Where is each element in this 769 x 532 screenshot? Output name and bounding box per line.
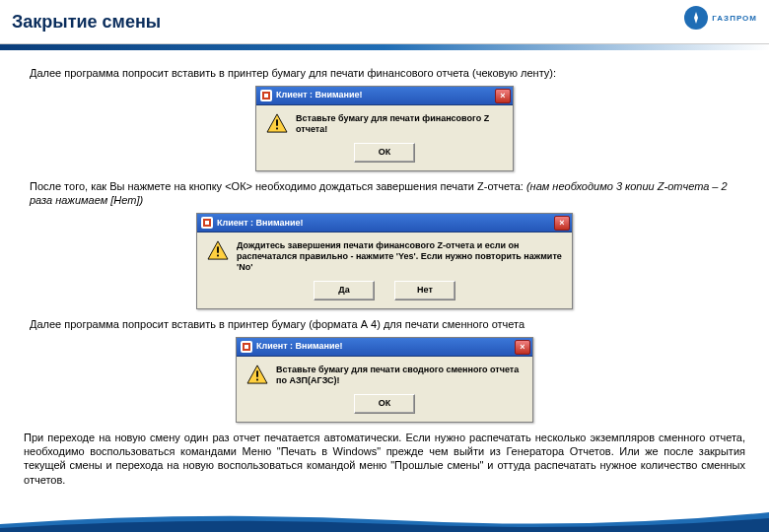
svg-rect-7 — [217, 255, 219, 257]
page-title: Закрытие смены — [12, 12, 161, 33]
dialog3-buttons: ОК — [237, 392, 532, 422]
app-icon — [201, 217, 213, 229]
svg-rect-9 — [245, 345, 248, 349]
svg-rect-2 — [276, 120, 278, 126]
dialog3-title: Клиент : Внимание! — [256, 341, 343, 353]
svg-rect-11 — [256, 379, 258, 381]
warning-icon — [246, 365, 268, 384]
dialog-insert-paper-a4: Клиент : Внимание! × Вставьте бумагу для… — [236, 337, 533, 423]
yes-button[interactable]: Да — [314, 281, 375, 300]
dialog1-titlebar: Клиент : Внимание! × — [256, 87, 513, 105]
intro-text-2: После того, как Вы нажмете на кнопку <ОК… — [30, 179, 749, 208]
dialog2-body: Дождитесь завершения печати финансового … — [197, 233, 572, 278]
dialog3-body: Вставьте бумагу для печати сводного смен… — [237, 357, 532, 392]
footer-text: При переходе на новую смену один раз отч… — [24, 431, 745, 487]
logo-circle-icon — [684, 6, 708, 30]
dialog-confirm-z-print: Клиент : Внимание! × Дождитесь завершени… — [196, 213, 573, 308]
close-icon[interactable]: × — [495, 89, 511, 103]
svg-rect-5 — [205, 221, 209, 225]
logo-text: ГАЗПРОМ — [712, 14, 757, 23]
intro-text-1: Далее программа попросит вставить в прин… — [30, 66, 749, 80]
dialog3-titlebar: Клиент : Внимание! × — [237, 338, 532, 357]
slide-header: Закрытие смены ГАЗПРОМ — [0, 0, 769, 44]
close-icon[interactable]: × — [554, 216, 570, 231]
dialog3-text: Вставьте бумагу для печати сводного смен… — [276, 365, 523, 386]
dialog2-buttons: Да Нет — [197, 279, 572, 308]
svg-rect-10 — [256, 371, 258, 377]
warning-icon — [266, 113, 288, 133]
p2-part-a: После того, как Вы нажмете на кнопку <ОК… — [30, 180, 526, 192]
dialog1-body: Вставьте бумагу для печати финансового Z… — [256, 105, 513, 141]
app-icon — [241, 341, 252, 353]
company-logo: ГАЗПРОМ — [684, 6, 757, 30]
svg-rect-6 — [217, 247, 219, 253]
app-icon — [260, 90, 272, 101]
content-area: Далее программа попросит вставить в прин… — [0, 50, 769, 487]
dialog2-text: Дождитесь завершения печати финансового … — [237, 240, 562, 272]
dialog-insert-paper-z: Клиент : Внимание! × Вставьте бумагу для… — [255, 86, 514, 171]
ok-button[interactable]: ОК — [354, 143, 415, 163]
ok-button[interactable]: ОК — [354, 394, 415, 414]
no-button[interactable]: Нет — [394, 281, 455, 300]
dialog1-buttons: ОК — [256, 141, 513, 170]
close-icon[interactable]: × — [515, 340, 530, 355]
intro-text-3: Далее программа попросит вставить в прин… — [30, 317, 749, 331]
dialog2-title: Клиент : Внимание! — [217, 218, 304, 230]
dialog1-text: Вставьте бумагу для печати финансового Z… — [296, 113, 503, 135]
footer-wave-decoration — [0, 502, 769, 532]
dialog1-title: Клиент : Внимание! — [276, 90, 363, 101]
svg-rect-3 — [276, 128, 278, 130]
warning-icon — [207, 240, 229, 260]
dialog2-titlebar: Клиент : Внимание! × — [197, 214, 572, 233]
svg-rect-1 — [264, 94, 268, 98]
